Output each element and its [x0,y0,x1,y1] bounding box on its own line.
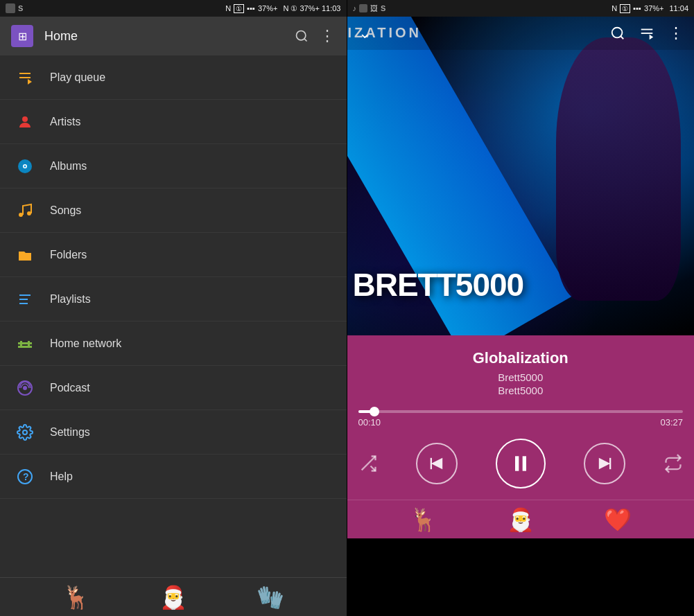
nav-item-albums[interactable]: Albums [0,144,347,188]
progress-section: 00:10 03:27 [347,403,695,430]
left-status-left-icons: S [6,3,23,13]
svg-rect-33 [522,456,526,470]
progress-total: 03:27 [660,417,683,428]
album-artist-text: BRETT5000 [353,269,524,301]
more-options-button[interactable]: ⋮ [320,27,336,45]
player-search-button[interactable] [610,26,625,41]
nav-item-artists[interactable]: Artists [0,100,347,144]
nav-item-play-queue[interactable]: Play queue [0,55,347,100]
play-queue-icon [14,67,36,89]
right-time: 11:04 [669,4,688,12]
left-emoji-3: 🧤 [257,584,284,610]
svg-marker-34 [599,458,610,469]
home-network-icon [14,333,36,355]
nav-item-folders[interactable]: Folders [0,233,347,277]
controls-section [347,430,695,500]
svg-text:?: ? [23,471,29,482]
podcast-label: Podcast [50,382,90,394]
svg-point-0 [296,31,305,40]
nav-item-songs[interactable]: Songs [0,188,347,233]
svg-rect-32 [515,456,519,470]
left-time: N ① 37%+ 11:03 [283,4,340,13]
albums-label: Albums [50,160,87,173]
svg-rect-17 [28,341,30,348]
right-emoji-2: 🎅 [507,507,535,533]
svg-point-8 [24,165,26,167]
nav-header-actions: ⋮ [295,27,336,45]
folders-icon [14,244,36,266]
progress-times: 00:10 03:27 [358,417,684,428]
svg-point-9 [19,213,23,217]
collapse-button[interactable]: ⌄ [358,24,371,42]
svg-point-20 [23,430,27,434]
songs-label: Songs [50,204,81,217]
playlists-label: Playlists [50,293,91,306]
right-panel: ♪ 🖼 S N ① ▪▪▪ 37%+ 11:04 GLOBALIZATION B… [347,0,695,616]
left-status-bar: S N ① ▪▪▪ 37%+ N ① 37%+ 11:03 [0,0,347,17]
right-emoji-1: 🦌 [410,507,437,533]
playlists-icon [14,288,36,310]
svg-rect-16 [20,341,22,348]
left-emoji-1: 🦌 [62,584,90,610]
nav-item-playlists[interactable]: Playlists [0,277,347,322]
song-artist: Brett5000 [358,371,684,383]
svg-point-19 [23,386,27,390]
player-queue-button[interactable] [639,26,654,41]
nav-header: ⊞ Home ⋮ [0,17,347,55]
artists-label: Artists [50,116,80,128]
pause-button[interactable] [496,439,546,489]
nav-item-podcast[interactable]: Podcast [0,366,347,410]
svg-marker-30 [431,458,442,469]
progress-current: 00:10 [358,417,381,428]
albums-icon [14,155,36,177]
progress-bar[interactable] [358,410,684,413]
right-emoji-3: ❤️ [604,507,632,533]
right-status-right-icons: N ① ▪▪▪ 37%+ 11:04 [611,4,688,13]
help-label: Help [50,470,73,483]
svg-point-23 [611,28,622,38]
home-network-label: Home network [50,337,121,350]
song-title: Globalization [358,349,684,367]
right-footer-emojis: 🦌 🎅 ❤️ [347,500,695,538]
repeat-button[interactable] [663,454,683,473]
svg-line-1 [304,39,306,42]
artists-icon [14,111,36,133]
prev-button[interactable] [416,443,458,484]
player-top-controls: ⌄ ⋮ [347,17,695,50]
nav-item-settings[interactable]: Settings [0,410,347,455]
left-emoji-2: 🎅 [159,584,187,610]
left-panel: S N ① ▪▪▪ 37%+ N ① 37%+ 11:03 ⊞ Home ⋮ [0,0,347,616]
person-silhouette [556,37,681,301]
player-info-section: Globalization Brett5000 Brett5000 [347,335,695,403]
settings-icon [14,421,36,443]
folders-label: Folders [50,249,87,261]
nav-header-title: Home [44,29,284,44]
podcast-icon [14,377,36,399]
next-button[interactable] [584,443,625,484]
right-status-left-icons: ♪ 🖼 S [353,4,386,12]
left-footer-emojis: 🦌 🎅 🧤 [0,577,347,616]
search-button[interactable] [295,29,309,43]
shuffle-button[interactable] [358,454,378,473]
svg-marker-27 [649,35,653,39]
right-status-bar: ♪ 🖼 S N ① ▪▪▪ 37%+ 11:04 [347,0,695,17]
settings-label: Settings [50,426,90,439]
svg-point-10 [27,211,31,215]
home-icon: ⊞ [11,25,33,47]
nav-item-home-network[interactable]: Home network [0,322,347,366]
svg-point-5 [22,116,28,122]
help-icon: ? [14,466,36,488]
nav-item-help[interactable]: ? Help [0,455,347,499]
left-status-right-icons: N ① ▪▪▪ 37%+ N ① 37%+ 11:03 [225,4,340,13]
player-more-button[interactable]: ⋮ [668,24,684,42]
play-queue-label: Play queue [50,71,105,84]
nav-list: Play queue Artists Albums [0,55,347,577]
svg-line-24 [621,36,623,39]
svg-marker-4 [28,79,32,85]
album-art: GLOBALIZATION BRETT5000 ⌄ [347,17,695,335]
songs-icon [14,200,36,222]
progress-knob[interactable] [370,407,379,416]
song-album: Brett5000 [358,385,684,396]
